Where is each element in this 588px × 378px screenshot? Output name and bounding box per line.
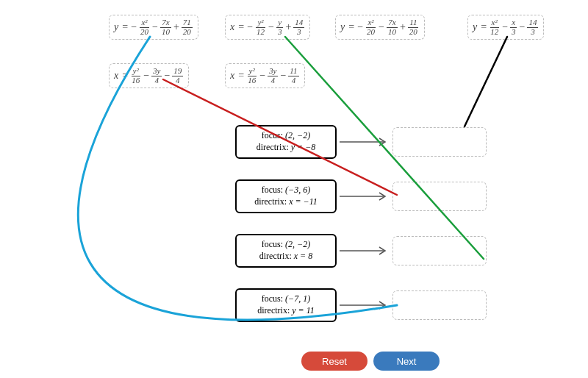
focus-value: (2, −2) — [285, 239, 310, 249]
directrix-lhs: x — [289, 196, 293, 207]
directrix-label: directrix: — [259, 251, 294, 261]
tile-lhs: x — [230, 21, 234, 33]
clue-box-3: focus: (2, −2) directrix: x = 8 — [235, 234, 337, 268]
equation-tile-c[interactable]: y =−x²20−7x10+1120 — [335, 15, 425, 40]
tile-rhs: =−y²12−y3+143 — [237, 18, 305, 36]
tile-rhs: =−x²20−7x10+1120 — [347, 18, 420, 36]
tile-rhs: =y²16−3y4−194 — [121, 67, 184, 85]
directrix-label: directrix: — [254, 196, 289, 207]
directrix-lhs: y — [291, 142, 295, 152]
directrix-label: directrix: — [257, 142, 291, 152]
directrix-rhs: 8 — [308, 251, 312, 261]
focus-value: (−7, 1) — [285, 293, 310, 304]
focus-label: focus: — [262, 130, 285, 140]
drop-slot-1[interactable] — [392, 127, 487, 157]
focus-value: (−3, 6) — [285, 185, 310, 195]
focus-value: (2, −2) — [285, 130, 310, 140]
next-button[interactable]: Next — [373, 352, 440, 371]
tile-lhs: y — [340, 21, 345, 33]
clue-box-4: focus: (−7, 1) directrix: y = 11 — [235, 288, 337, 322]
equation-tile-d[interactable]: y =x²12−x3−143 — [467, 15, 544, 40]
arrow-icon — [340, 133, 391, 151]
arrow-icon — [340, 296, 391, 314]
directrix-label: directrix: — [257, 305, 292, 315]
clue-box-2: focus: (−3, 6) directrix: x = −11 — [235, 179, 337, 213]
tile-lhs: y — [114, 21, 118, 33]
tile-lhs: y — [473, 21, 477, 33]
arrow-icon — [340, 188, 391, 205]
equation-tile-b[interactable]: x =−y²12−y3+143 — [225, 15, 310, 40]
focus-label: focus: — [262, 239, 285, 249]
drop-slot-2[interactable] — [392, 182, 487, 211]
focus-label: focus: — [262, 185, 285, 195]
drop-slot-4[interactable] — [392, 290, 487, 320]
clue-box-1: focus: (2, −2) directrix: y = −8 — [235, 125, 337, 159]
tile-rhs: =−x²20−7x10+7120 — [121, 18, 193, 36]
tile-rhs: =x²12−x3−143 — [479, 18, 539, 36]
drop-slot-3[interactable] — [392, 236, 487, 265]
directrix-rhs: −11 — [304, 196, 318, 207]
arrow-icon — [340, 242, 391, 260]
tile-lhs: x — [114, 70, 118, 82]
directrix-rhs: 11 — [306, 305, 315, 315]
directrix-rhs: −8 — [305, 142, 315, 152]
directrix-lhs: x — [294, 251, 298, 261]
equation-tile-e[interactable]: x =y²16−3y4−194 — [109, 63, 189, 88]
tile-rhs: =y²16−3y4−114 — [237, 67, 299, 85]
focus-label: focus: — [262, 293, 285, 304]
reset-button[interactable]: Reset — [301, 352, 368, 371]
directrix-lhs: y — [292, 305, 295, 315]
equation-tile-f[interactable]: x =y²16−3y4−114 — [225, 63, 305, 88]
tile-lhs: x — [230, 70, 234, 82]
equation-tile-a[interactable]: y =−x²20−7x10+7120 — [109, 15, 198, 40]
